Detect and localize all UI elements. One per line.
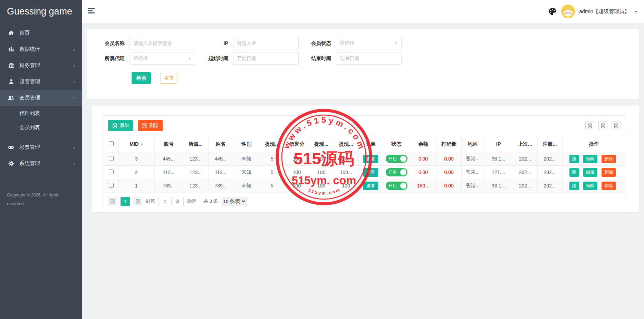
page-size-select[interactable]: 10 条/页 bbox=[222, 197, 247, 206]
sidebar-item-system[interactable]: 系统管理 › bbox=[0, 155, 82, 172]
sidebar-item-home[interactable]: 首页 bbox=[0, 25, 82, 41]
view-avatar-button[interactable]: 查看 bbox=[363, 182, 378, 190]
missing-glyph-icon bbox=[614, 123, 619, 128]
edit-button[interactable]: 编辑 bbox=[583, 182, 597, 190]
col-balance: 余额 bbox=[410, 136, 436, 152]
select-caret-icon: ▼ bbox=[394, 41, 398, 45]
member-table-panel: 添加 删除 MID▲▼ bbox=[92, 106, 639, 212]
filter-panel: 会员名称 IP 会员状态 请选择 ▼ 所属代理 请选择 ▼ 起始时间 结束时间 … bbox=[87, 29, 639, 99]
gamepad-icon bbox=[8, 144, 14, 151]
kick-button[interactable]: 踢 bbox=[569, 155, 579, 163]
sort-icon[interactable]: ▲▼ bbox=[141, 143, 143, 146]
chevron-right-icon: › bbox=[73, 63, 75, 68]
gear-icon bbox=[8, 161, 14, 167]
table-row: 3 445... 123... 445... 未知 5 100 100 100.… bbox=[104, 152, 625, 166]
chevron-right-icon: › bbox=[73, 79, 75, 84]
row-delete-button[interactable]: 删除 bbox=[602, 182, 616, 190]
sidebar-item-superadmin[interactable]: 超管管理 › bbox=[0, 74, 82, 90]
col-withdraw3: 提现... bbox=[334, 136, 358, 152]
sidebar-subitem-agent-list[interactable]: 代理列表 bbox=[0, 106, 82, 120]
topbar: admin【超级管理员】 ▼ bbox=[82, 0, 644, 23]
select-caret-icon: ▼ bbox=[188, 57, 191, 60]
table-tool-button-2[interactable] bbox=[598, 121, 607, 130]
search-button[interactable]: 检索 bbox=[132, 72, 151, 84]
member-name-input[interactable] bbox=[129, 37, 195, 49]
start-date-input[interactable] bbox=[233, 52, 299, 65]
row-checkbox[interactable] bbox=[109, 156, 114, 161]
sidebar: Guessing game 首页 数据统计 › 财务管理 › 超管管 bbox=[0, 0, 82, 319]
col-bet-volume: 打码量 bbox=[436, 136, 461, 152]
ip-label: IP bbox=[201, 40, 228, 46]
app-title: Guessing game bbox=[0, 0, 82, 23]
avatar[interactable] bbox=[561, 4, 575, 18]
row-checkbox[interactable] bbox=[109, 170, 114, 174]
kick-button[interactable]: 踢 bbox=[569, 168, 579, 177]
edit-button[interactable]: 编辑 bbox=[583, 155, 597, 163]
kick-button[interactable]: 踢 bbox=[569, 182, 579, 190]
member-status-select[interactable]: 请选择 ▼ bbox=[336, 37, 402, 49]
sidebar-toggle-icon[interactable] bbox=[88, 8, 96, 14]
table-row: 2 112... 123... 112... 未知 5 100 100 100.… bbox=[104, 166, 625, 179]
home-icon bbox=[8, 30, 14, 36]
col-withdraw2: 提现... bbox=[309, 136, 334, 152]
sidebar-item-statistics[interactable]: 数据统计 › bbox=[0, 41, 82, 57]
edit-button[interactable]: 编辑 bbox=[583, 168, 597, 177]
col-last-login: 上次... bbox=[513, 136, 537, 152]
row-delete-button[interactable]: 删除 bbox=[602, 168, 616, 177]
agent-select[interactable]: 请选择 ▼ bbox=[129, 52, 195, 65]
table-tool-button-3[interactable] bbox=[612, 121, 621, 130]
status-toggle[interactable]: 开启 bbox=[386, 168, 407, 176]
view-avatar-button[interactable]: 查看 bbox=[363, 155, 378, 163]
col-mid: MID▲▼ bbox=[118, 136, 154, 152]
chevron-down-icon: › bbox=[71, 97, 77, 99]
col-status: 状态 bbox=[383, 136, 410, 152]
pagination: 1 到第 页 确定 共 3 条 10 条/页 bbox=[104, 193, 625, 210]
chevron-right-icon: › bbox=[73, 145, 75, 150]
caret-down-icon[interactable]: ▼ bbox=[634, 10, 638, 13]
view-avatar-button[interactable]: 查看 bbox=[363, 168, 378, 177]
status-toggle[interactable]: 开启 bbox=[386, 155, 407, 163]
sidebar-item-lottery[interactable]: 彩票管理 › bbox=[0, 139, 82, 155]
start-time-label: 起始时间 bbox=[201, 55, 228, 62]
col-register: 注册... bbox=[537, 136, 562, 152]
add-button[interactable]: 添加 bbox=[108, 120, 133, 131]
delete-button[interactable]: 删除 bbox=[138, 120, 163, 131]
status-toggle[interactable]: 开启 bbox=[386, 182, 407, 190]
total-count-label: 共 3 条 bbox=[204, 198, 218, 204]
col-actions: 操作 bbox=[562, 136, 625, 152]
theme-palette-icon[interactable] bbox=[548, 7, 557, 16]
col-name: 姓名 bbox=[208, 136, 233, 152]
row-delete-button[interactable]: 删除 bbox=[602, 155, 616, 163]
chevron-right-icon: › bbox=[73, 47, 75, 52]
page-1-button[interactable]: 1 bbox=[121, 197, 130, 206]
ip-input[interactable] bbox=[233, 37, 299, 49]
table-row: 1 789... 123... 789... 未知 5 100 100 100 … bbox=[104, 179, 625, 193]
col-avatar: 头像 bbox=[358, 136, 383, 152]
select-all-checkbox[interactable] bbox=[109, 141, 114, 146]
col-credit: 信誉分 bbox=[285, 136, 309, 152]
reset-button[interactable]: 重置 bbox=[161, 73, 177, 84]
bank-icon bbox=[8, 62, 14, 69]
admin-account-label[interactable]: admin【超级管理员】 bbox=[579, 8, 629, 15]
end-date-input[interactable] bbox=[336, 52, 402, 65]
missing-glyph-icon bbox=[135, 199, 140, 204]
sidebar-subitem-member-list[interactable]: 会员列表 bbox=[0, 120, 82, 134]
goto-page-input[interactable] bbox=[158, 197, 172, 206]
sidebar-item-members[interactable]: 会员管理 › bbox=[0, 90, 82, 106]
sidebar-item-finance[interactable]: 财务管理 › bbox=[0, 57, 82, 74]
next-page-button[interactable] bbox=[133, 197, 142, 206]
user-icon bbox=[8, 79, 14, 85]
table-tool-button-1[interactable] bbox=[585, 121, 594, 130]
missing-glyph-icon bbox=[112, 123, 117, 128]
table-header-row: MID▲▼ 账号 所属... 姓名 性别 提现... 信誉分 提现... 提现.… bbox=[104, 136, 625, 152]
member-table: MID▲▼ 账号 所属... 姓名 性别 提现... 信誉分 提现... 提现.… bbox=[104, 136, 625, 193]
toggle-knob-icon bbox=[400, 169, 406, 175]
end-time-label: 结束时间 bbox=[304, 55, 331, 62]
missing-glyph-icon bbox=[587, 123, 593, 128]
missing-glyph-icon bbox=[600, 123, 606, 128]
col-region: 地区 bbox=[461, 136, 484, 152]
prev-page-button[interactable] bbox=[108, 197, 117, 206]
goto-confirm-button[interactable]: 确定 bbox=[183, 197, 200, 206]
row-checkbox[interactable] bbox=[109, 183, 114, 188]
missing-glyph-icon bbox=[142, 123, 147, 128]
